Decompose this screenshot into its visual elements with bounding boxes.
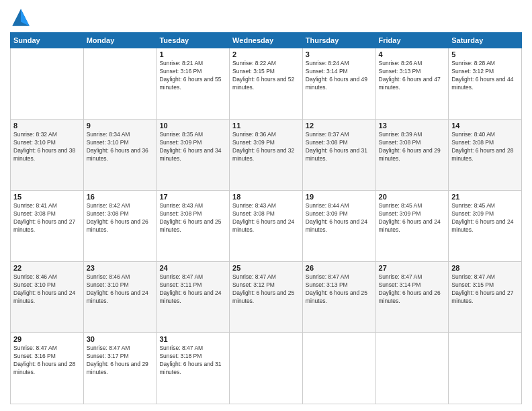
day-number: 3	[306, 50, 373, 58]
day-info: Sunrise: 8:47 AMSunset: 3:14 PMDaylight:…	[379, 273, 446, 306]
calendar-day-cell	[375, 333, 449, 404]
day-number: 4	[379, 50, 446, 58]
day-number: 15	[13, 193, 81, 201]
logo	[10, 7, 34, 28]
day-info: Sunrise: 8:47 AMSunset: 3:12 PMDaylight:…	[232, 273, 300, 306]
calendar-day-cell: 9Sunrise: 8:34 AMSunset: 3:10 PMDaylight…	[83, 120, 157, 191]
day-number: 14	[451, 122, 519, 130]
calendar-header-row: SundayMondayTuesdayWednesdayThursdayFrid…	[11, 33, 522, 48]
day-info: Sunrise: 8:43 AMSunset: 3:08 PMDaylight:…	[159, 202, 226, 234]
day-number: 12	[306, 122, 373, 130]
day-number: 30	[87, 335, 154, 343]
day-info: Sunrise: 8:45 AMSunset: 3:09 PMDaylight:…	[451, 202, 519, 234]
calendar-day-cell: 18Sunrise: 8:43 AMSunset: 3:08 PMDayligh…	[230, 191, 303, 262]
calendar-day-cell: 22Sunrise: 8:46 AMSunset: 3:10 PMDayligh…	[11, 262, 84, 333]
calendar-day-cell: 27Sunrise: 8:47 AMSunset: 3:14 PMDayligh…	[375, 262, 449, 333]
calendar-header-cell: Thursday	[302, 33, 375, 48]
day-info: Sunrise: 8:36 AMSunset: 3:09 PMDaylight:…	[232, 131, 300, 163]
day-number: 31	[159, 335, 226, 343]
calendar-day-cell	[83, 48, 157, 120]
header	[10, 7, 522, 28]
day-info: Sunrise: 8:47 AMSunset: 3:16 PMDaylight:…	[13, 345, 81, 377]
day-number: 19	[306, 193, 373, 201]
calendar-week-row: 1Sunrise: 8:21 AMSunset: 3:16 PMDaylight…	[11, 48, 522, 120]
calendar-day-cell: 29Sunrise: 8:47 AMSunset: 3:16 PMDayligh…	[11, 333, 84, 404]
day-info: Sunrise: 8:24 AMSunset: 3:14 PMDaylight:…	[306, 60, 373, 92]
calendar-day-cell: 26Sunrise: 8:47 AMSunset: 3:13 PMDayligh…	[302, 262, 375, 333]
calendar-day-cell: 14Sunrise: 8:40 AMSunset: 3:08 PMDayligh…	[449, 120, 522, 191]
day-info: Sunrise: 8:35 AMSunset: 3:09 PMDaylight:…	[159, 131, 226, 163]
calendar-week-row: 29Sunrise: 8:47 AMSunset: 3:16 PMDayligh…	[11, 333, 522, 404]
calendar-day-cell: 16Sunrise: 8:42 AMSunset: 3:08 PMDayligh…	[83, 191, 157, 262]
page: SundayMondayTuesdayWednesdayThursdayFrid…	[0, 0, 532, 411]
day-number: 16	[87, 193, 154, 201]
calendar-header-cell: Saturday	[449, 33, 522, 48]
logo-icon	[10, 7, 32, 28]
calendar-day-cell: 17Sunrise: 8:43 AMSunset: 3:08 PMDayligh…	[157, 191, 230, 262]
day-info: Sunrise: 8:34 AMSunset: 3:10 PMDaylight:…	[87, 131, 154, 163]
calendar-day-cell	[449, 333, 522, 404]
calendar-day-cell: 21Sunrise: 8:45 AMSunset: 3:09 PMDayligh…	[449, 191, 522, 262]
day-number: 24	[159, 264, 226, 272]
day-number: 9	[87, 122, 154, 130]
calendar-header-cell: Wednesday	[230, 33, 303, 48]
day-number: 17	[159, 193, 226, 201]
calendar-day-cell: 3Sunrise: 8:24 AMSunset: 3:14 PMDaylight…	[302, 48, 375, 120]
day-info: Sunrise: 8:43 AMSunset: 3:08 PMDaylight:…	[232, 202, 300, 234]
day-info: Sunrise: 8:42 AMSunset: 3:08 PMDaylight:…	[87, 202, 154, 234]
calendar-day-cell: 25Sunrise: 8:47 AMSunset: 3:12 PMDayligh…	[230, 262, 303, 333]
calendar-day-cell	[230, 333, 303, 404]
calendar-week-row: 15Sunrise: 8:41 AMSunset: 3:08 PMDayligh…	[11, 191, 522, 262]
day-number: 5	[451, 50, 519, 58]
calendar-day-cell	[302, 333, 375, 404]
day-info: Sunrise: 8:40 AMSunset: 3:08 PMDaylight:…	[451, 131, 519, 163]
calendar-day-cell: 12Sunrise: 8:37 AMSunset: 3:08 PMDayligh…	[302, 120, 375, 191]
day-number: 18	[232, 193, 300, 201]
day-number: 2	[232, 50, 300, 58]
calendar-header-cell: Sunday	[11, 33, 84, 48]
day-number: 11	[232, 122, 300, 130]
day-info: Sunrise: 8:44 AMSunset: 3:09 PMDaylight:…	[306, 202, 373, 234]
day-number: 29	[13, 335, 81, 343]
calendar-day-cell: 1Sunrise: 8:21 AMSunset: 3:16 PMDaylight…	[157, 48, 230, 120]
calendar-body: 1Sunrise: 8:21 AMSunset: 3:16 PMDaylight…	[11, 48, 522, 404]
calendar-day-cell: 24Sunrise: 8:47 AMSunset: 3:11 PMDayligh…	[157, 262, 230, 333]
calendar-day-cell: 20Sunrise: 8:45 AMSunset: 3:09 PMDayligh…	[375, 191, 449, 262]
calendar-day-cell: 2Sunrise: 8:22 AMSunset: 3:15 PMDaylight…	[230, 48, 303, 120]
day-info: Sunrise: 8:32 AMSunset: 3:10 PMDaylight:…	[13, 131, 81, 163]
calendar-day-cell: 5Sunrise: 8:28 AMSunset: 3:12 PMDaylight…	[449, 48, 522, 120]
calendar-day-cell: 19Sunrise: 8:44 AMSunset: 3:09 PMDayligh…	[302, 191, 375, 262]
calendar-day-cell: 13Sunrise: 8:39 AMSunset: 3:08 PMDayligh…	[375, 120, 449, 191]
day-info: Sunrise: 8:46 AMSunset: 3:10 PMDaylight:…	[13, 273, 81, 306]
calendar-day-cell: 8Sunrise: 8:32 AMSunset: 3:10 PMDaylight…	[11, 120, 84, 191]
day-number: 26	[306, 264, 373, 272]
day-info: Sunrise: 8:28 AMSunset: 3:12 PMDaylight:…	[451, 60, 519, 92]
day-info: Sunrise: 8:41 AMSunset: 3:08 PMDaylight:…	[13, 202, 81, 234]
day-number: 25	[232, 264, 300, 272]
day-number: 27	[379, 264, 446, 272]
day-number: 8	[13, 122, 81, 130]
day-number: 21	[451, 193, 519, 201]
day-number: 1	[159, 50, 226, 58]
day-number: 22	[13, 264, 81, 272]
calendar-table: SundayMondayTuesdayWednesdayThursdayFrid…	[10, 32, 522, 404]
day-info: Sunrise: 8:47 AMSunset: 3:11 PMDaylight:…	[159, 273, 226, 306]
calendar-day-cell: 28Sunrise: 8:47 AMSunset: 3:15 PMDayligh…	[449, 262, 522, 333]
calendar-day-cell: 11Sunrise: 8:36 AMSunset: 3:09 PMDayligh…	[230, 120, 303, 191]
day-info: Sunrise: 8:47 AMSunset: 3:17 PMDaylight:…	[87, 345, 154, 377]
day-info: Sunrise: 8:45 AMSunset: 3:09 PMDaylight:…	[379, 202, 446, 234]
day-number: 23	[87, 264, 154, 272]
day-info: Sunrise: 8:39 AMSunset: 3:08 PMDaylight:…	[379, 131, 446, 163]
calendar-day-cell: 4Sunrise: 8:26 AMSunset: 3:13 PMDaylight…	[375, 48, 449, 120]
day-info: Sunrise: 8:37 AMSunset: 3:08 PMDaylight:…	[306, 131, 373, 163]
calendar-header-cell: Tuesday	[157, 33, 230, 48]
calendar-day-cell: 15Sunrise: 8:41 AMSunset: 3:08 PMDayligh…	[11, 191, 84, 262]
day-number: 13	[379, 122, 446, 130]
day-number: 10	[159, 122, 226, 130]
day-number: 20	[379, 193, 446, 201]
day-info: Sunrise: 8:46 AMSunset: 3:10 PMDaylight:…	[87, 273, 154, 306]
calendar-day-cell: 30Sunrise: 8:47 AMSunset: 3:17 PMDayligh…	[83, 333, 157, 404]
calendar-header-cell: Monday	[83, 33, 157, 48]
calendar-week-row: 22Sunrise: 8:46 AMSunset: 3:10 PMDayligh…	[11, 262, 522, 333]
calendar-header-cell: Friday	[375, 33, 449, 48]
